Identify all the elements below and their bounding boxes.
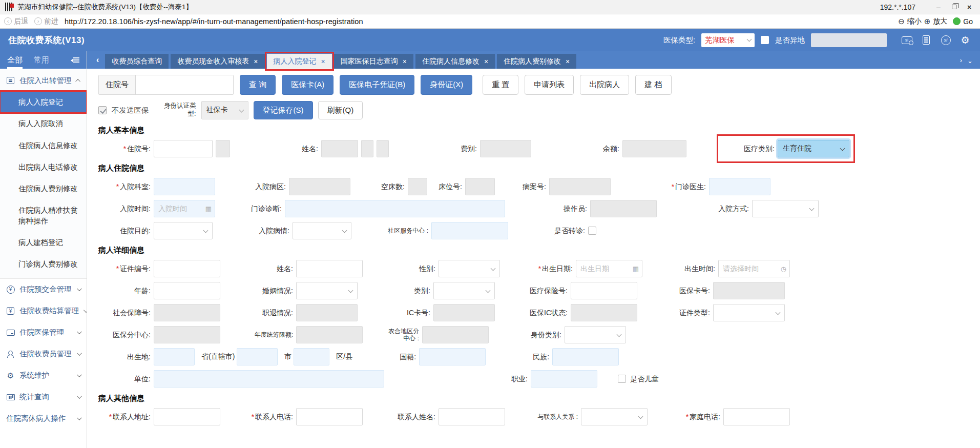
dropdown[interactable] — [713, 304, 785, 321]
zoom-out-label[interactable]: 缩小 — [907, 17, 922, 26]
window-title: 芜湖市妇幼保健院--住院收费系统(V13)【收费处--海泰1】 — [17, 3, 193, 12]
sidebar-group[interactable]: 住院离休病人操作 — [0, 408, 87, 430]
text-input[interactable] — [718, 260, 790, 277]
dropdown[interactable] — [296, 282, 358, 299]
url-text[interactable]: http://172.20.18.106/his-zysf-new/app/#/… — [65, 17, 363, 26]
sidebar-item[interactable]: 病人入院取消 — [0, 113, 87, 134]
gear-icon[interactable]: ⚙ — [958, 33, 972, 47]
close-icon[interactable]: × — [566, 58, 570, 65]
close-icon[interactable]: × — [254, 58, 258, 65]
dropdown[interactable] — [581, 408, 648, 425]
dropdown[interactable] — [433, 282, 495, 299]
dropdown[interactable] — [752, 200, 819, 217]
si-circle-icon[interactable]: si — [939, 33, 952, 47]
toolbar-button[interactable]: 建 档 — [635, 75, 671, 95]
go-button[interactable]: Go — [963, 17, 973, 26]
appbar-input[interactable] — [811, 33, 887, 47]
dropdown[interactable] — [565, 326, 626, 343]
sidebar-item[interactable]: 病人入院登记 — [0, 91, 87, 113]
insurance-card-icon[interactable]: si — [900, 33, 913, 47]
sidebar-group[interactable]: 住院收费员管理 — [0, 343, 87, 365]
sidebar-item[interactable]: 病人建档登记 — [0, 232, 87, 253]
dropdown[interactable] — [293, 222, 351, 239]
sidebar-tab-all[interactable]: 全部 — [7, 51, 23, 69]
close-icon[interactable]: × — [321, 58, 325, 65]
dropdown[interactable] — [439, 260, 500, 277]
text-input[interactable] — [552, 348, 619, 365]
tab[interactable]: 住院病人费别修改× — [497, 54, 576, 69]
text-input[interactable] — [154, 282, 220, 299]
text-input[interactable] — [154, 370, 384, 388]
sidebar-group[interactable]: 住院入出转管理 — [0, 70, 87, 91]
toolbar-button[interactable]: 查 询 — [240, 75, 276, 95]
back-button[interactable]: ‹ 后退 — [4, 17, 28, 26]
text-input[interactable] — [723, 408, 790, 425]
tabs-scroll-left-icon[interactable]: ‹ — [92, 55, 103, 65]
tabs-scroll-right-icon[interactable]: › — [960, 56, 962, 64]
text-input[interactable] — [154, 348, 195, 365]
tab[interactable]: 病人入院登记× — [267, 54, 332, 69]
hosp-no-input[interactable] — [136, 75, 233, 94]
toolbar-button[interactable]: 重 置 — [483, 75, 518, 95]
sidebar-item[interactable]: 住院病人费别修改 — [0, 178, 87, 199]
sidebar-item[interactable]: 门诊病人费别修改 — [0, 253, 87, 275]
close-icon[interactable]: × — [403, 58, 407, 65]
close-button[interactable]: × — [962, 1, 977, 13]
dropdown[interactable]: 生育住院 — [778, 140, 849, 157]
sidebar-group[interactable]: ⚙系统维护 — [0, 365, 87, 386]
sidebar-group[interactable]: 统计查询 — [0, 386, 87, 408]
tab[interactable]: 收费员综合查询 — [105, 54, 169, 69]
text-input[interactable] — [154, 140, 213, 157]
text-input[interactable] — [709, 178, 770, 195]
text-input — [321, 140, 358, 157]
toolbar-button[interactable]: 身份证(X) — [421, 75, 472, 95]
auth-type-select[interactable]: 社保卡 — [201, 101, 248, 119]
text-input[interactable] — [439, 408, 505, 425]
text-input[interactable] — [419, 348, 486, 365]
checkbox[interactable] — [618, 375, 626, 383]
receipt-icon[interactable] — [920, 33, 933, 47]
tabs-menu-chevron-icon[interactable]: ⌄ — [967, 57, 973, 65]
close-icon[interactable]: × — [484, 58, 488, 65]
text-input[interactable] — [154, 260, 220, 277]
sidebar-group[interactable]: ¥住院预交金管理 — [0, 279, 87, 300]
insurance-type-select[interactable]: 芜湖医保 — [701, 33, 755, 47]
minimize-button[interactable]: – — [931, 1, 946, 13]
refresh-button[interactable]: 刷新(Q) — [318, 101, 363, 119]
sidebar-item[interactable]: 出院病人电话修改 — [0, 156, 87, 178]
offsite-checkbox[interactable] — [761, 36, 769, 44]
sidebar-tab-common[interactable]: 常用 — [34, 51, 49, 69]
zoom-in-label[interactable]: 放大 — [933, 17, 947, 26]
text-input[interactable] — [285, 200, 505, 217]
tab[interactable]: 住院病人信息修改× — [415, 54, 495, 69]
tab[interactable]: 收费员现金收入审核表× — [171, 54, 264, 69]
restore-button[interactable] — [946, 1, 962, 13]
sidebar-collapse-icon[interactable] — [71, 57, 79, 63]
toolbar-button[interactable]: 出院病人 — [580, 75, 629, 95]
sidebar-group[interactable]: 住院医保管理 — [0, 322, 87, 343]
forward-button[interactable]: › 前进 — [34, 17, 58, 26]
text-input[interactable] — [531, 370, 597, 388]
text-input[interactable] — [296, 408, 363, 425]
zoom-in-icon[interactable]: ⊕ — [924, 17, 931, 26]
zoom-out-icon[interactable]: ⊖ — [898, 17, 905, 26]
toolbar-button[interactable]: 医保卡(A) — [282, 75, 333, 95]
sidebar-group[interactable]: ¥住院收费结算管理 — [0, 300, 87, 322]
sidebar-item[interactable]: 住院病人信息修改 — [0, 135, 87, 156]
no-send-insurance-checkbox[interactable] — [98, 106, 107, 114]
text-input[interactable] — [571, 282, 637, 299]
sidebar-item[interactable]: 住院病人精准扶贫病种操作 — [0, 199, 87, 232]
checkbox[interactable] — [588, 227, 596, 235]
text-input[interactable] — [431, 222, 508, 239]
text-input[interactable] — [296, 260, 363, 277]
text-input[interactable] — [237, 348, 278, 365]
tab[interactable]: 国家医保日志查询× — [334, 54, 413, 69]
save-button[interactable]: 登记保存(S) — [254, 101, 313, 119]
dropdown[interactable] — [154, 222, 213, 239]
text-input[interactable] — [154, 178, 215, 195]
toolbar-button[interactable]: 医保电子凭证(B) — [340, 75, 414, 95]
text-input[interactable] — [294, 348, 329, 365]
field-label: 性别: — [383, 264, 435, 273]
text-input[interactable] — [154, 408, 220, 425]
toolbar-button[interactable]: 申请列表 — [525, 75, 574, 95]
